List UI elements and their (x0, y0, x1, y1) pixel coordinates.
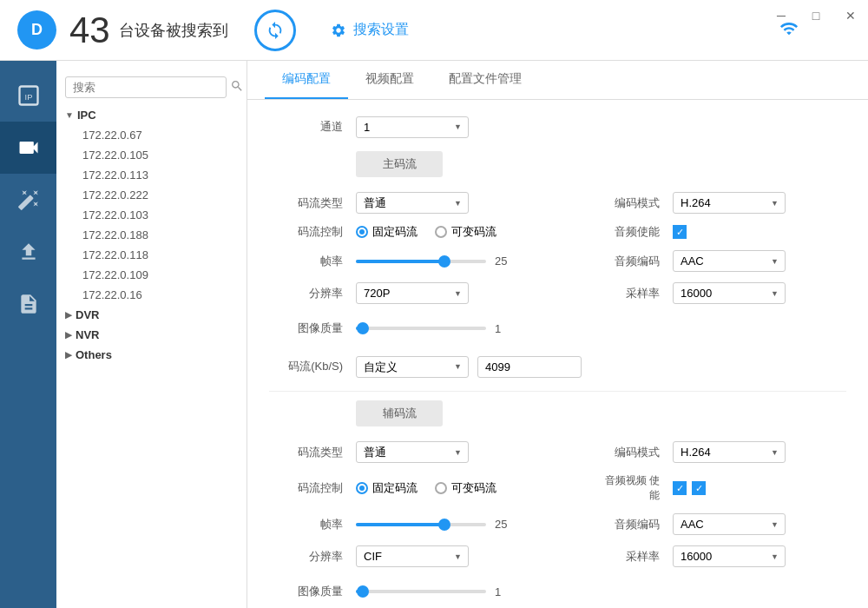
channel-label: 通道 (269, 119, 356, 135)
sub-variable-stream-radio[interactable]: 可变码流 (435, 480, 496, 496)
sub-samplerate-select-wrapper: 16000 (673, 545, 786, 567)
tab-video[interactable]: 视频配置 (348, 61, 431, 99)
sub-framerate-row: 帧率 25 音频编码 AAC (269, 513, 846, 535)
sub-resolution-label: 分辨率 (269, 549, 356, 565)
channel-control: 1 (356, 116, 846, 138)
sub-variable-stream-label: 可变码流 (451, 480, 496, 496)
samplerate-select-wrapper: 16000 (673, 282, 786, 304)
sidebar-item-camera[interactable] (0, 122, 56, 174)
others-toggle: ▶ (65, 350, 72, 360)
tab-file[interactable]: 配置文件管理 (431, 61, 539, 99)
sub-stream-type-left: 码流类型 普通 (269, 441, 603, 463)
sub-samplerate-select[interactable]: 16000 (673, 545, 786, 567)
channel-select[interactable]: 1 (356, 116, 469, 138)
sub-audio-enable-checkbox[interactable] (673, 481, 687, 495)
fixed-stream-radio[interactable]: 固定码流 (356, 224, 418, 240)
encode-mode-right: 编码模式 H.264 (603, 192, 846, 214)
sub-audio-encode-select[interactable]: AAC (673, 513, 786, 535)
search-settings-btn[interactable]: 搜索设置 (331, 21, 409, 39)
sub-fixed-stream-dot (356, 482, 368, 494)
dvr-toggle: ▶ (65, 310, 72, 320)
search-input[interactable] (65, 76, 227, 98)
sub-resolution-select[interactable]: CIF (356, 545, 469, 567)
sub-audio-enable-right: 音频视频 使能 (603, 473, 846, 503)
variable-stream-radio[interactable]: 可变码流 (435, 224, 496, 240)
resolution-select-wrapper: 720P (356, 282, 469, 304)
resolution-row: 分辨率 720P 采样率 16000 (269, 282, 846, 304)
sub-encode-mode-right: 编码模式 H.264 (603, 441, 846, 463)
stream-type-select[interactable]: 普通 (356, 192, 469, 214)
sidebar-item-upload[interactable] (0, 226, 56, 278)
audio-encode-select[interactable]: AAC (673, 250, 786, 272)
encode-mode-select-wrapper: H.264 (673, 192, 786, 214)
tree-node-dvr[interactable]: ▶ DVR (56, 305, 247, 325)
title-text: 台设备被搜索到 (119, 20, 228, 41)
audio-encode-select-wrapper: AAC (673, 250, 786, 272)
sub-image-quality-slider-wrapper: 1 (356, 585, 516, 598)
bitrate-mode-select[interactable]: 自定义 (356, 356, 469, 378)
framerate-left: 帧率 25 (269, 254, 603, 269)
tree-node-ip6[interactable]: 172.22.0.188 (56, 225, 247, 245)
sub-video-enable-checkbox[interactable] (692, 481, 706, 495)
image-quality-control: 1 (356, 322, 846, 335)
audio-encode-right: 音频编码 AAC (603, 250, 846, 272)
search-button[interactable] (230, 79, 244, 96)
sub-encode-mode-select[interactable]: H.264 (673, 441, 786, 463)
sub-fixed-stream-radio[interactable]: 固定码流 (356, 480, 418, 496)
audio-enable-checkbox[interactable] (673, 225, 687, 239)
samplerate-select[interactable]: 16000 (673, 282, 786, 304)
channel-select-wrapper: 1 (356, 116, 469, 138)
sub-framerate-slider[interactable] (356, 523, 486, 526)
tree-node-ip1[interactable]: 172.22.0.67 (56, 125, 247, 145)
tree-node-ip2[interactable]: 172.22.0.105 (56, 145, 247, 165)
image-quality-value: 1 (495, 322, 516, 335)
tree-node-ip5[interactable]: 172.22.0.103 (56, 205, 247, 225)
sub-stream-type-select-wrapper: 普通 (356, 441, 469, 463)
tree-node-others[interactable]: ▶ Others (56, 345, 247, 365)
tree-node-ip4[interactable]: 172.22.0.222 (56, 185, 247, 205)
stream-type-row: 码流类型 普通 编码模式 H.264 (269, 192, 846, 214)
tree-node-ip9[interactable]: 172.22.0.16 (56, 285, 247, 305)
tree-node-ip8[interactable]: 172.22.0.109 (56, 265, 247, 285)
variable-stream-label: 可变码流 (451, 224, 496, 240)
tree-node-ip3[interactable]: 172.22.0.113 (56, 165, 247, 185)
sub-stream-type-label: 码流类型 (269, 445, 356, 460)
tab-encode[interactable]: 编码配置 (265, 61, 348, 99)
main-stream-header: 主码流 (356, 151, 846, 182)
sidebar-item-ip[interactable]: IP (0, 69, 56, 122)
stream-control-row: 码流控制 固定码流 可变码流 音频使能 (269, 224, 846, 240)
sidebar-item-tools[interactable] (0, 174, 56, 226)
close-btn[interactable]: ✕ (833, 0, 868, 30)
app-logo: D (17, 10, 56, 50)
sub-stream-control-label: 码流控制 (269, 480, 356, 496)
maximize-btn[interactable]: □ (799, 0, 833, 30)
tree-node-nvr[interactable]: ▶ NVR (56, 325, 247, 345)
image-quality-slider[interactable] (356, 327, 486, 330)
sidebar-item-doc[interactable] (0, 278, 56, 330)
resolution-select[interactable]: 720P (356, 282, 469, 304)
audio-encode-label: 音频编码 (603, 254, 673, 269)
sub-stream-label: 辅码流 (356, 400, 443, 426)
sub-framerate-label: 帧率 (269, 517, 356, 532)
stream-type-select-wrapper: 普通 (356, 192, 469, 214)
encode-mode-select[interactable]: H.264 (673, 192, 786, 214)
resolution-left: 分辨率 720P (269, 282, 603, 304)
bitrate-row: 码流(Kb/S) 自定义 (269, 353, 846, 380)
tree-node-ipc[interactable]: ▼ IPC (56, 105, 247, 125)
minimize-btn[interactable]: ─ (764, 0, 799, 30)
search-settings-label: 搜索设置 (353, 21, 409, 39)
tree-node-ip7[interactable]: 172.22.0.118 (56, 245, 247, 265)
main-stream-row: 主码流 (269, 151, 846, 182)
framerate-row: 帧率 25 音频编码 AAC (269, 250, 846, 272)
sub-stream-control-row: 码流控制 固定码流 可变码流 音频视频 使能 (269, 473, 846, 503)
sub-image-quality-slider[interactable] (356, 590, 486, 593)
sync-icon[interactable] (254, 10, 296, 51)
section-divider (269, 391, 846, 392)
sub-image-quality-label: 图像质量 (269, 584, 356, 599)
bitrate-input[interactable] (477, 356, 582, 378)
sub-stream-type-select[interactable]: 普通 (356, 441, 469, 463)
sidebar: IP (0, 61, 56, 608)
framerate-slider[interactable] (356, 260, 486, 263)
content-area: 编码配置 视频配置 配置文件管理 通道 1 (247, 61, 868, 608)
sub-encode-mode-select-wrapper: H.264 (673, 441, 786, 463)
